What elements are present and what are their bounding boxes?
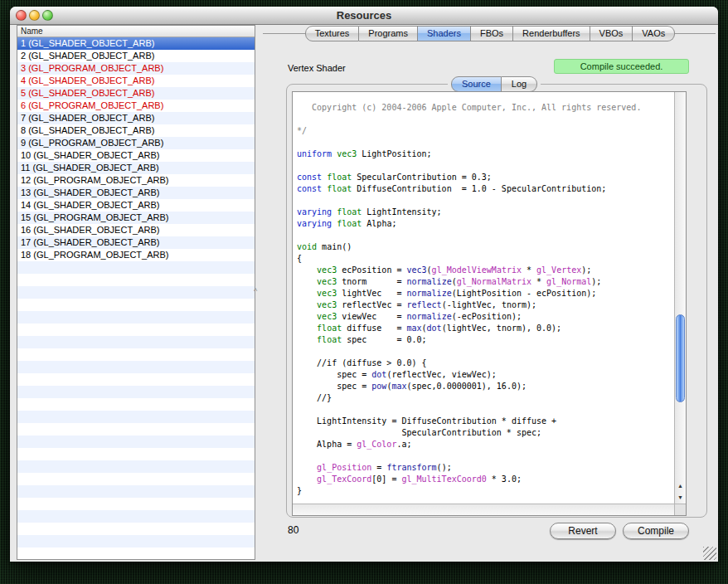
code-line (297, 450, 674, 462)
code-line (297, 404, 674, 416)
shader-source-editor[interactable]: Copyright (c) 2004-2006 Apple Computer, … (292, 91, 687, 516)
resources-window: Resources Name 1 (GL_SHADER_OBJECT_ARB)2… (10, 7, 718, 562)
list-empty-row (17, 286, 255, 299)
code-line: gl_Position = ftransform(); (297, 462, 674, 474)
scrollbar-corner (674, 504, 686, 515)
list-item[interactable]: 10 (GL_SHADER_OBJECT_ARB) (17, 149, 255, 162)
code-line: Alpha = gl_Color.a; (297, 439, 674, 450)
list-empty-row (17, 548, 255, 560)
list-empty-row (17, 336, 255, 348)
list-item[interactable]: 9 (GL_PROGRAM_OBJECT_ARB) (17, 137, 255, 149)
compile-status-badge: Compile succeeded. (554, 59, 689, 74)
list-empty-row (17, 498, 255, 510)
code-line: vec3 tnorm = normalize(gl_NormalMatrix *… (297, 276, 674, 288)
code-line: varying float LightIntensity; (297, 207, 674, 218)
scroll-down-arrow-icon[interactable]: ▼ (675, 492, 686, 504)
tab-vbos[interactable]: VBOs (590, 26, 633, 41)
list-item[interactable]: 8 (GL_SHADER_OBJECT_ARB) (17, 124, 255, 137)
code-line: //} (297, 392, 674, 404)
revert-button[interactable]: Revert (550, 523, 616, 539)
list-empty-row (17, 311, 255, 324)
close-button[interactable] (16, 10, 27, 21)
list-empty-row (17, 523, 255, 535)
list-item[interactable]: 6 (GL_PROGRAM_OBJECT_ARB) (17, 100, 255, 112)
tab-fbos[interactable]: FBOs (471, 26, 513, 41)
vertical-scrollbar-thumb[interactable] (676, 314, 685, 402)
code-line: float spec = 0.0; (297, 334, 674, 346)
window-title: Resources (10, 7, 718, 25)
list-empty-row (17, 448, 255, 460)
code-line: */ (297, 125, 674, 137)
list-item[interactable]: 1 (GL_SHADER_OBJECT_ARB) (17, 37, 255, 50)
tab-textures[interactable]: Textures (305, 26, 360, 41)
list-item[interactable]: 16 (GL_SHADER_OBJECT_ARB) (17, 224, 255, 236)
list-item[interactable]: 12 (GL_PROGRAM_OBJECT_ARB) (17, 174, 255, 187)
list-item[interactable]: 18 (GL_PROGRAM_OBJECT_ARB) (17, 249, 255, 261)
list-column-header-name[interactable]: Name (17, 26, 255, 37)
list-item[interactable]: 15 (GL_PROGRAM_OBJECT_ARB) (17, 212, 255, 224)
list-empty-row (17, 361, 255, 373)
resource-list: Name 1 (GL_SHADER_OBJECT_ARB)2 (GL_SHADE… (17, 25, 255, 560)
list-empty-row (17, 386, 255, 398)
vertical-scrollbar[interactable]: ▲ ▼ (674, 92, 686, 504)
code-line: LightIntensity = DiffuseContribution * d… (297, 416, 674, 427)
code-line: vec3 lightVec = normalize(LightPosition … (297, 288, 674, 299)
code-line: const float DiffuseContribution = 1.0 - … (297, 183, 674, 195)
code-line: float diffuse = max(dot(lightVec, tnorm)… (297, 323, 674, 334)
list-item[interactable]: 7 (GL_SHADER_OBJECT_ARB) (17, 112, 255, 124)
list-item[interactable]: 4 (GL_SHADER_OBJECT_ARB) (17, 75, 255, 87)
code-line: { (297, 253, 674, 265)
scroll-up-arrow-icon[interactable]: ▲ (675, 480, 686, 492)
horizontal-scrollbar[interactable] (293, 504, 674, 515)
code-line: spec = dot(reflectVec, viewVec); (297, 369, 674, 381)
tab-renderbuffers[interactable]: Renderbuffers (513, 26, 590, 41)
source-log-segmented-control: SourceLog (448, 76, 541, 92)
shader-source-code[interactable]: Copyright (c) 2004-2006 Apple Computer, … (293, 100, 674, 495)
code-line: //if (diffuse > 0.0) { (297, 358, 674, 369)
segment-source[interactable]: Source (451, 76, 502, 92)
list-empty-row (17, 473, 255, 485)
minimize-button[interactable] (29, 10, 40, 21)
code-line: Copyright (c) 2004-2006 Apple Computer, … (297, 102, 674, 114)
list-scroll-nub-icon: ^ (254, 287, 257, 295)
code-line: const float SpecularContribution = 0.3; (297, 172, 674, 183)
zoom-button[interactable] (42, 10, 53, 21)
list-empty-row (17, 460, 255, 473)
window-resize-grip[interactable] (703, 547, 716, 560)
list-empty-row (17, 373, 255, 386)
list-item[interactable]: 3 (GL_PROGRAM_OBJECT_ARB) (17, 62, 255, 75)
segment-log[interactable]: Log (502, 76, 537, 92)
compile-button[interactable]: Compile (623, 523, 689, 539)
list-empty-row (17, 423, 255, 436)
list-item[interactable]: 5 (GL_SHADER_OBJECT_ARB) (17, 87, 255, 100)
list-empty-row (17, 436, 255, 448)
list-item[interactable]: 11 (GL_SHADER_OBJECT_ARB) (17, 162, 255, 174)
tab-shaders[interactable]: Shaders (418, 26, 471, 41)
window-controls (16, 10, 53, 21)
list-empty-row (17, 485, 255, 498)
code-line: varying float Alpha; (297, 218, 674, 230)
list-item[interactable]: 13 (GL_SHADER_OBJECT_ARB) (17, 187, 255, 199)
list-empty-row (17, 261, 255, 274)
tab-programs[interactable]: Programs (359, 26, 418, 41)
code-line: } (297, 485, 674, 495)
list-item[interactable]: 17 (GL_SHADER_OBJECT_ARB) (17, 236, 255, 249)
code-line (297, 195, 674, 207)
code-line: vec3 reflectVec = reflect(-lightVec, tno… (297, 299, 674, 311)
code-line: vec3 ecPosition = vec3(gl_ModelViewMatri… (297, 265, 674, 276)
code-line (297, 137, 674, 148)
code-line (297, 160, 674, 172)
list-empty-row (17, 510, 255, 523)
code-line: gl_TexCoord[0] = gl_MultiTexCoord0 * 3.0… (297, 474, 674, 485)
list-item[interactable]: 2 (GL_SHADER_OBJECT_ARB) (17, 50, 255, 62)
list-empty-row (17, 274, 255, 286)
shader-id-label: 80 (288, 524, 298, 536)
list-empty-row (17, 535, 255, 548)
list-item[interactable]: 14 (GL_SHADER_OBJECT_ARB) (17, 199, 255, 212)
code-line (297, 346, 674, 358)
window-titlebar[interactable]: Resources (10, 7, 718, 25)
code-line: SpecularContribution * spec; (297, 427, 674, 439)
code-line (297, 114, 674, 125)
list-empty-row (17, 348, 255, 361)
tab-vaos[interactable]: VAOs (633, 26, 675, 41)
